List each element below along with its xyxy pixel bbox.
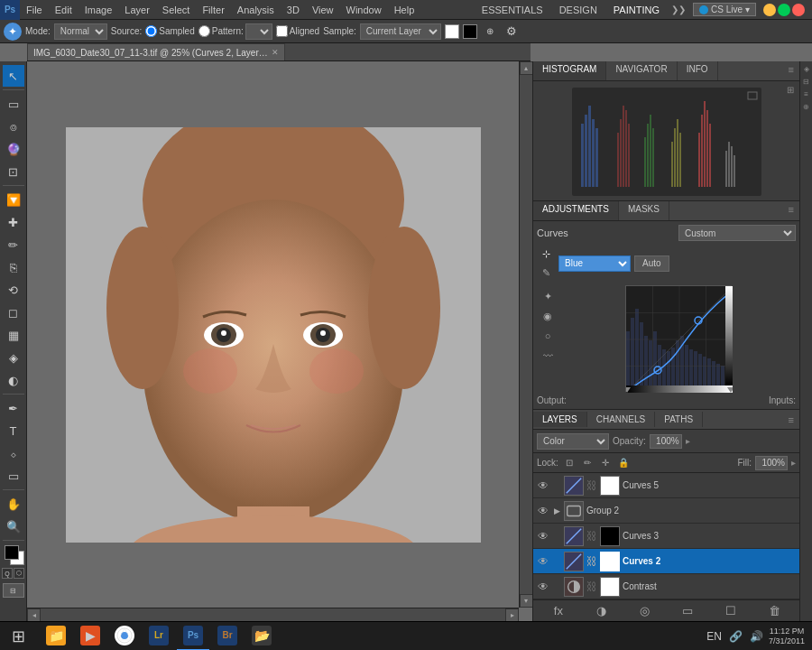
panel-tool-1[interactable]: ◈ xyxy=(801,63,812,74)
tool-history-brush[interactable]: ⟲ xyxy=(3,279,24,301)
curves-smooth[interactable]: 〰 xyxy=(539,347,557,365)
histogram-expand-icon[interactable]: ⊞ xyxy=(787,85,794,95)
tool-move[interactable]: ↖ xyxy=(3,65,24,87)
menu-image[interactable]: Image xyxy=(78,3,119,17)
taskbar-app-bridge[interactable]: Br xyxy=(211,622,244,651)
blend-mode-select[interactable]: Color xyxy=(537,433,609,450)
aligned-label[interactable]: Aligned xyxy=(276,25,319,37)
menu-window[interactable]: Window xyxy=(340,3,388,17)
workspace-essentials[interactable]: ESSENTIALS xyxy=(477,4,548,16)
tool-crop[interactable]: ⊡ xyxy=(3,161,24,182)
panel-tool-3[interactable]: ≡ xyxy=(801,88,812,99)
lock-image[interactable]: ✏ xyxy=(580,456,595,470)
opacity-arrow[interactable]: ▸ xyxy=(686,436,690,446)
new-fill-button[interactable]: ◎ xyxy=(636,602,654,620)
h-scroll-right[interactable]: ▸ xyxy=(505,608,519,622)
layer-visibility-contrast[interactable]: 👁 xyxy=(537,580,549,593)
layer-row-contrast[interactable]: 👁 ⛓ Contrast xyxy=(533,574,799,599)
tool-eyedropper[interactable]: 🔽 xyxy=(3,189,24,210)
panel-tool-2[interactable]: ⊟ xyxy=(801,76,812,87)
h-scroll-left[interactable]: ◂ xyxy=(27,608,41,622)
channel-select[interactable]: Blue Red Green RGB xyxy=(558,255,631,272)
delete-layer-button[interactable]: 🗑 xyxy=(765,602,783,620)
curves-pencil-tool[interactable]: ✎ xyxy=(537,264,555,282)
fill-arrow[interactable]: ▸ xyxy=(791,458,796,468)
menu-filter[interactable]: Filter xyxy=(196,3,230,17)
menu-help[interactable]: Help xyxy=(388,3,421,17)
screen-mode-button[interactable]: ⊟ xyxy=(3,583,24,598)
cs-live-button[interactable]: CS Live ▾ xyxy=(693,3,756,16)
tool-eraser[interactable]: ◻ xyxy=(3,302,24,323)
tab-info[interactable]: INFO xyxy=(678,61,718,80)
taskbar-app-folder[interactable]: 📂 xyxy=(245,622,278,651)
add-mask-button[interactable]: ◑ xyxy=(593,602,611,620)
tool-hand[interactable]: ✋ xyxy=(3,493,24,515)
v-scroll-up[interactable]: ▴ xyxy=(520,61,533,75)
tab-layers[interactable]: LAYERS xyxy=(533,412,587,427)
layers-list[interactable]: 👁 ⛓ Curves 5 👁 ▶ xyxy=(533,473,799,599)
menu-analysis[interactable]: Analysis xyxy=(231,3,281,17)
clone-source-button[interactable]: ⊕ xyxy=(481,23,499,41)
curves-eyedropper-black[interactable]: ✦ xyxy=(539,287,557,305)
close-button[interactable] xyxy=(792,4,805,16)
doc-tab[interactable]: IMG_6030_Date30_07_11-3.tif @ 25% (Curve… xyxy=(27,43,285,60)
tool-pen[interactable]: ✒ xyxy=(3,397,24,419)
tab-navigator[interactable]: NAVIGATOR xyxy=(606,61,677,80)
auto-button[interactable]: Auto xyxy=(634,255,669,272)
layers-panel-menu[interactable]: ≡ xyxy=(783,412,799,428)
curves-eyedropper-gray[interactable]: ◉ xyxy=(539,307,557,325)
fill-input[interactable] xyxy=(755,456,788,470)
source-sampled[interactable]: Sampled xyxy=(145,25,194,37)
taskbar-clock[interactable]: 11:12 PM 7/31/2011 xyxy=(769,627,805,646)
sample-select[interactable]: Current Layer xyxy=(360,23,441,40)
menu-layer[interactable]: Layer xyxy=(118,3,156,17)
add-layer-style-button[interactable]: fx xyxy=(549,602,567,620)
mode-select[interactable]: Normal xyxy=(54,23,107,40)
minimize-button[interactable] xyxy=(763,4,776,16)
tool-marquee[interactable]: ▭ xyxy=(3,93,24,115)
lock-transparency[interactable]: ⊡ xyxy=(562,456,577,470)
taskbar-app-explorer[interactable]: 📁 xyxy=(40,622,72,651)
standard-mode[interactable]: Q xyxy=(2,568,13,579)
h-scrollbar[interactable]: ◂ ▸ xyxy=(27,608,519,621)
menu-edit[interactable]: Edit xyxy=(49,3,78,17)
doc-tab-close[interactable]: ✕ xyxy=(272,48,279,57)
adj-collapse[interactable]: ≡ xyxy=(783,201,799,220)
foreground-swatch[interactable] xyxy=(445,24,459,39)
tool-brush[interactable]: ✏ xyxy=(3,234,24,255)
tool-stamp[interactable]: ⎘ xyxy=(3,256,24,278)
workspace-design[interactable]: DESIGN xyxy=(555,4,602,16)
curves-point-tool[interactable]: ⊹ xyxy=(537,245,555,263)
menu-view[interactable]: View xyxy=(306,3,340,17)
tab-paths[interactable]: PATHS xyxy=(655,412,703,427)
tool-lasso[interactable]: ⌾ xyxy=(3,116,24,137)
curves-preset-select[interactable]: Custom xyxy=(678,225,796,241)
taskbar-app-chrome[interactable] xyxy=(108,622,141,651)
tool-text[interactable]: T xyxy=(3,420,24,441)
tool-gradient[interactable]: ▦ xyxy=(3,324,24,346)
tab-histogram[interactable]: HISTOGRAM xyxy=(533,61,606,80)
lock-all[interactable]: 🔒 xyxy=(616,456,631,470)
quick-mask-mode[interactable]: ⬡ xyxy=(14,568,24,579)
curves-graph[interactable] xyxy=(625,285,732,392)
brush-settings-button[interactable]: ⚙ xyxy=(503,23,521,41)
foreground-color-swatch[interactable] xyxy=(5,545,19,560)
taskbar-app-lightroom[interactable]: Lr xyxy=(143,622,175,651)
lock-position[interactable]: ✛ xyxy=(598,456,613,470)
histogram-collapse[interactable]: ≡ xyxy=(783,61,799,80)
layer-expand-group2[interactable]: ▶ xyxy=(552,506,561,515)
layer-visibility-curves2[interactable]: 👁 xyxy=(537,555,549,568)
start-button[interactable]: ⊞ xyxy=(0,622,36,651)
layer-row-curves2[interactable]: 👁 ⛓ Curves 2 xyxy=(533,549,799,574)
v-scroll-down[interactable]: ▾ xyxy=(520,594,533,608)
layer-row-curves3[interactable]: 👁 ⛓ Curves 3 xyxy=(533,524,799,549)
menu-3d[interactable]: 3D xyxy=(281,3,306,17)
curves-eyedropper-white[interactable]: ○ xyxy=(539,327,557,345)
tool-path-select[interactable]: ⬦ xyxy=(3,442,24,464)
source-pattern[interactable]: Pattern: xyxy=(198,23,272,40)
taskbar-app-media[interactable]: ▶ xyxy=(74,622,106,651)
panel-tool-4[interactable]: ⊕ xyxy=(801,101,812,112)
tool-zoom[interactable]: 🔍 xyxy=(3,515,24,537)
tool-healing[interactable]: ✚ xyxy=(3,211,24,233)
menu-file[interactable]: File xyxy=(20,3,49,17)
